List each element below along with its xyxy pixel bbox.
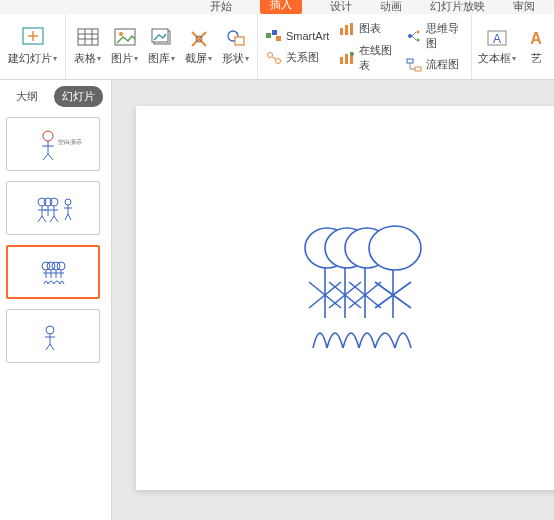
wordart-label: 艺	[531, 51, 542, 66]
svg-line-31	[412, 32, 416, 36]
menu-review[interactable]: 审阅	[513, 0, 535, 14]
shapes-label: 形状	[222, 51, 244, 66]
slide-thumb-1[interactable]: 空白演示	[6, 117, 100, 171]
slide-thumb-3[interactable]	[6, 245, 100, 299]
textbox-button[interactable]: A 文本框▾	[474, 14, 520, 79]
svg-rect-34	[415, 67, 421, 71]
svg-rect-24	[340, 57, 343, 64]
picture-label: 图片	[111, 51, 133, 66]
mindmap-button[interactable]: 思维导图	[406, 21, 463, 51]
slide-content-drawing	[265, 208, 465, 388]
chart-icon	[339, 21, 355, 37]
menu-slideshow[interactable]: 幻灯片放映	[430, 0, 485, 14]
slide-thumb-2[interactable]	[6, 181, 100, 235]
svg-rect-25	[345, 54, 348, 64]
svg-point-40	[43, 131, 53, 141]
svg-point-27	[350, 52, 354, 56]
svg-rect-15	[266, 33, 271, 38]
flowchart-icon	[406, 57, 422, 73]
relation-label: 关系图	[286, 50, 319, 65]
svg-line-62	[68, 214, 71, 220]
svg-point-80	[369, 226, 421, 270]
tab-outline[interactable]: 大纲	[8, 86, 46, 107]
svg-line-32	[412, 36, 416, 40]
svg-point-72	[46, 326, 54, 334]
onlinechart-label: 在线图表	[359, 43, 396, 73]
svg-rect-16	[272, 30, 277, 35]
ribbon: 建幻灯片▾ 表格▾ 图片▾ 图库▾ 截屏▾ 形状▾ SmartArt	[0, 14, 554, 80]
new-slide-icon	[22, 27, 44, 49]
svg-point-66	[57, 262, 65, 270]
menu-anim[interactable]: 动画	[380, 0, 402, 14]
flowchart-label: 流程图	[426, 57, 459, 72]
gallery-button[interactable]: 图库▾	[144, 14, 179, 79]
smartart-button[interactable]: SmartArt	[266, 28, 329, 44]
screenshot-button[interactable]: 截屏▾	[181, 14, 216, 79]
caret-icon: ▾	[208, 54, 212, 63]
tab-slides[interactable]: 幻灯片	[54, 86, 103, 107]
slide-thumb-4[interactable]	[6, 309, 100, 363]
shapes-button[interactable]: 形状▾	[218, 14, 258, 79]
svg-rect-22	[345, 25, 348, 35]
svg-line-20	[272, 57, 276, 59]
mindmap-label: 思维导图	[426, 21, 463, 51]
picture-button[interactable]: 图片▾	[107, 14, 142, 79]
svg-line-57	[54, 216, 58, 222]
svg-point-18	[268, 52, 273, 57]
svg-rect-14	[235, 37, 244, 45]
svg-text:空白演示: 空白演示	[58, 138, 82, 145]
thumbnail-list: 空白演示	[0, 111, 111, 520]
textbox-icon: A	[486, 27, 508, 49]
picture-icon	[114, 27, 136, 49]
svg-line-43	[43, 154, 48, 160]
svg-line-76	[50, 344, 54, 350]
table-icon	[77, 27, 99, 49]
menu-design[interactable]: 设计	[330, 0, 352, 14]
svg-line-56	[50, 216, 54, 222]
onlinechart-icon	[339, 50, 355, 66]
svg-line-55	[42, 216, 46, 222]
caret-icon: ▾	[245, 54, 249, 63]
canvas-area[interactable]	[112, 80, 554, 520]
new-slide-label: 建幻灯片	[8, 51, 52, 66]
mindmap-icon	[406, 28, 422, 44]
menu-start[interactable]: 开始	[210, 0, 232, 14]
svg-line-75	[46, 344, 50, 350]
chart-label: 图表	[359, 21, 381, 36]
svg-rect-23	[350, 23, 353, 35]
flowchart-button[interactable]: 流程图	[406, 57, 459, 73]
textbox-label: 文本框	[478, 51, 511, 66]
svg-point-9	[119, 32, 123, 36]
menu-insert[interactable]: 插入	[260, 0, 302, 14]
smartart-icon	[266, 28, 282, 44]
gallery-label: 图库	[148, 51, 170, 66]
table-label: 表格	[74, 51, 96, 66]
svg-rect-3	[78, 29, 98, 45]
onlinechart-button[interactable]: 在线图表	[339, 43, 396, 73]
svg-point-48	[50, 198, 58, 206]
caret-icon: ▾	[512, 54, 516, 63]
wordart-button[interactable]: A 艺	[522, 14, 550, 79]
screenshot-icon	[188, 27, 210, 49]
shapes-icon	[225, 27, 247, 49]
svg-rect-17	[276, 36, 281, 41]
svg-point-58	[65, 199, 71, 205]
table-button[interactable]: 表格▾	[70, 14, 105, 79]
svg-rect-21	[340, 28, 343, 35]
svg-point-30	[417, 38, 420, 41]
smartart-label: SmartArt	[286, 30, 329, 42]
chart-button[interactable]: 图表	[339, 21, 381, 37]
slide-canvas[interactable]	[136, 106, 554, 490]
svg-text:A: A	[493, 32, 501, 46]
caret-icon: ▾	[53, 54, 57, 63]
workspace: 大纲 幻灯片 空白演示	[0, 80, 554, 520]
slide-panel: 大纲 幻灯片 空白演示	[0, 80, 112, 520]
svg-line-44	[48, 154, 53, 160]
caret-icon: ▾	[171, 54, 175, 63]
svg-point-29	[417, 30, 420, 33]
caret-icon: ▾	[134, 54, 138, 63]
new-slide-button[interactable]: 建幻灯片▾	[4, 14, 66, 79]
wordart-icon: A	[525, 27, 547, 49]
screenshot-label: 截屏	[185, 51, 207, 66]
relation-button[interactable]: 关系图	[266, 50, 319, 66]
